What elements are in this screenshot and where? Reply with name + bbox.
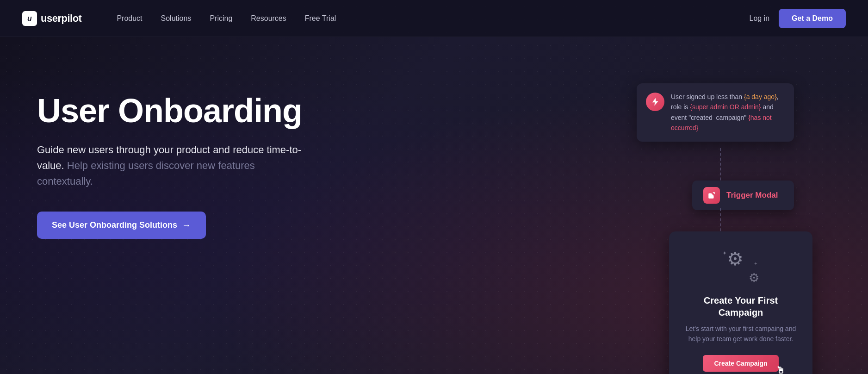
campaign-card: ✦ ⚙ ⚙ ✦ Create Your First Campaign Let's… [669,231,812,374]
ui-illustration: User signed up less than {a day ago}, ro… [333,74,831,374]
hero-description-secondary: Help existing users discover new feature… [37,160,255,187]
condition-highlight-2: {super admin OR admin} [690,103,761,111]
main-content: User Onboarding Guide new users through … [0,37,868,374]
cta-arrow-icon: → [182,220,191,231]
trigger-icon [703,187,720,204]
lightning-icon [651,97,660,106]
nav-item-resources[interactable]: Resources [243,11,293,26]
cta-label: See User Onboarding Solutions [52,220,177,230]
condition-text: User signed up less than {a day ago}, ro… [671,92,785,133]
hero-description: Guide new users through your product and… [37,142,305,189]
trigger-label: Trigger Modal [726,191,778,200]
create-campaign-label: Create Campaign [714,360,767,367]
logo-icon: u [22,11,37,26]
nav-links: Product Solutions Pricing Resources Free… [109,11,749,26]
condition-card: User signed up less than {a day ago}, ro… [637,83,794,142]
create-campaign-button[interactable]: Create Campaign 🖱 [703,355,778,372]
nav-right: Log in Get a Demo [749,9,846,28]
trigger-modal-card: Trigger Modal [692,181,794,210]
nav-item-solutions[interactable]: Solutions [154,11,199,26]
login-link[interactable]: Log in [749,14,769,23]
condition-icon [646,93,664,111]
logo-text: userpilot [41,12,81,25]
navbar: u userpilot Product Solutions Pricing Re… [0,0,868,37]
logo[interactable]: u userpilot [22,11,81,26]
connector-line-1 [720,148,721,185]
hero-title: User Onboarding [37,93,305,129]
gear-icon-small: ⚙ [749,271,759,285]
external-link-icon [707,191,716,199]
campaign-description: Let's start with your first campaing and… [682,324,800,344]
nav-item-pricing[interactable]: Pricing [202,11,240,26]
condition-text-before: User signed up less than [671,93,744,100]
sparkle-icon-top: ✦ [722,250,727,256]
condition-highlight-1: {a day ago} [744,93,777,100]
demo-button[interactable]: Get a Demo [779,9,846,28]
campaign-icon-area: ✦ ⚙ ⚙ ✦ [722,248,759,285]
cursor-icon: 🖱 [775,365,786,374]
cta-button[interactable]: See User Onboarding Solutions → [37,212,206,239]
nav-item-free-trial[interactable]: Free Trial [298,11,344,26]
hero-section: User Onboarding Guide new users through … [37,74,305,239]
sparkle-icon-side: ✦ [754,261,757,266]
nav-item-product[interactable]: Product [109,11,149,26]
campaign-title: Create Your First Campaign [682,294,800,318]
gear-icon-large: ⚙ [727,248,744,269]
